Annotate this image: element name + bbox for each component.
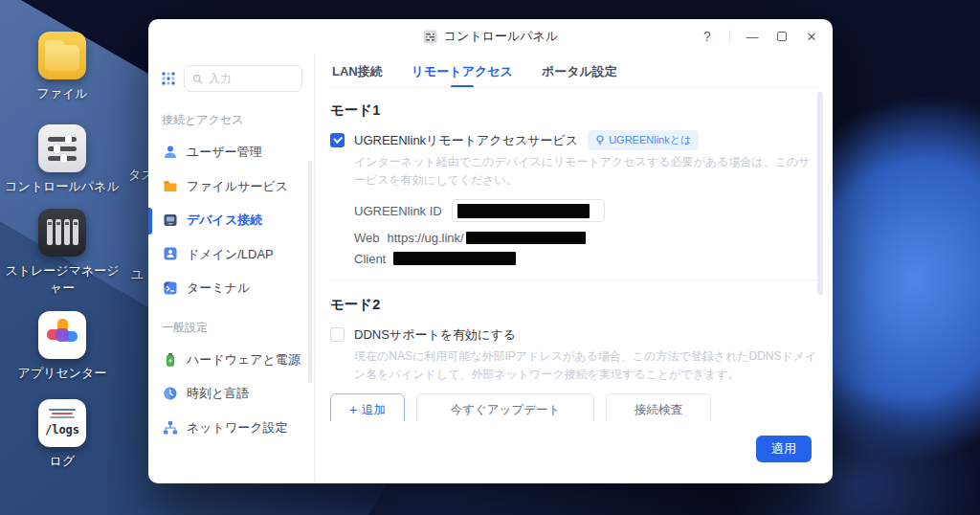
tab-label: ポータル設定 [542,63,617,80]
desktop-icon-label: ログ [0,453,124,470]
lightbulb-icon [595,135,605,146]
sidebar-active-indicator [148,208,152,235]
desktop: ファイル コントロールパネル ストレージマネージャー アプリセンター [0,0,980,515]
partial-desktop-label: ユ [131,266,144,283]
control-panel-window: コントロールパネル ? — ✕ [148,19,833,483]
redacted-client-value [393,252,516,265]
sidebar-item-label: ハードウェアと電源 [187,351,304,369]
desktop-icon-app-center[interactable]: アプリセンター [0,311,124,382]
sidebar-item-user-management[interactable]: ユーザー管理 [148,135,314,169]
desktop-icon-label: ストレージマネージャー [0,262,124,296]
sidebar-search[interactable] [184,65,302,92]
web-url-prefix: https://ug.link/ [388,231,464,245]
plus-icon: + [349,403,357,416]
sidebar-item-hardware-power[interactable]: ハードウェアと電源 [148,343,314,377]
ddns-update-now-button[interactable]: 今すぐアップデート [416,393,594,421]
maximize-button[interactable] [774,29,790,44]
sidebar-item-domain-ldap[interactable]: ドメイン/LDAP [148,237,314,272]
close-button[interactable]: ✕ [804,29,819,44]
sidebar-item-label: ネットワーク設定 [187,419,304,437]
ugreenlink-info-badge[interactable]: UGREENlinkとは [588,130,699,150]
domain-ldap-icon [163,246,178,261]
mode1-heading: モード1 [330,101,817,120]
sidebar-item-time-language[interactable]: 時刻と言語 [148,376,314,411]
button-label: 追加 [362,402,386,418]
sidebar-item-label: デバイス接続 [187,212,304,229]
ugreenlink-id-input[interactable] [452,199,605,222]
sidebar-item-label: ファイルサービス [187,178,304,195]
tab-label: LAN接続 [332,63,383,80]
folder-icon [163,178,178,193]
ddns-checkbox-label: DDNSサポートを有効にする [354,326,516,344]
content-scrollbar[interactable] [817,92,823,295]
control-panel-sliders-icon [38,124,86,172]
sidebar-item-label: ターミナル [187,280,304,297]
maximize-icon [777,32,787,41]
mode2-heading: モード2 [330,296,817,314]
sidebar-item-network-settings[interactable]: ネットワーク設定 [148,411,314,445]
content-pane: LAN接続 リモートアクセス ポータル設定 モード1 [315,54,833,483]
network-icon [163,420,178,436]
user-icon [163,145,178,160]
desktop-icon-label: コントロールパネル [0,178,124,195]
tab-label: リモートアクセス [412,63,513,80]
sidebar-item-file-services[interactable]: ファイルサービス [148,169,314,204]
tab-bar: LAN接続 リモートアクセス ポータル設定 [315,54,833,88]
ddns-connection-test-button[interactable]: 接続検査 [606,393,711,421]
window-title-icon [423,30,437,44]
sidebar-item-device-connection[interactable]: デバイス接続 [148,203,314,237]
files-folder-icon [38,32,86,79]
ddns-button-row: + 追加 今すぐアップデート 接続検査 [330,393,817,421]
time-language-icon [163,386,178,401]
storage-manager-nas-icon [38,209,86,257]
minimize-button[interactable]: — [745,29,760,44]
desktop-icon-storage-manager[interactable]: ストレージマネージャー [0,209,124,296]
client-label: Client [354,252,386,266]
desktop-icon-label: アプリセンター [0,365,124,382]
desktop-icon-label: ファイル [0,85,124,102]
sidebar-item-terminal[interactable]: ターミナル [148,271,314,305]
sidebar-section-label: 一般設定 [148,305,314,343]
settings-scroll-area: モード1 UGREENlinkリモートアクセスサービス UGREENlinkとは [315,88,833,421]
apply-button[interactable]: 適用 [756,436,812,462]
tab-portal-settings[interactable]: ポータル設定 [542,63,617,88]
app-grid-icon[interactable] [161,71,176,86]
ddns-checkbox[interactable] [330,327,345,342]
window-title: コントロールパネル [444,28,558,45]
logs-icon-text: /logs [38,423,86,437]
ugreenlink-checkbox-label: UGREENlinkリモートアクセスサービス [354,132,578,149]
ddns-add-button[interactable]: + 追加 [330,393,405,421]
titlebar-separator [729,30,730,43]
redacted-ugreenlink-id [457,204,590,218]
mode1-description: インターネット経由でこのデバイスにリモートアクセスする必要がある場合は、このサー… [354,153,817,190]
redacted-web-url [466,232,586,244]
sidebar: 接続とアクセス ユーザー管理 ファイルサービス [148,54,315,483]
badge-label: UGREENlinkとは [609,133,691,147]
sidebar-item-label: 時刻と言語 [187,385,304,402]
ugreenlink-checkbox[interactable] [330,133,345,147]
tab-lan[interactable]: LAN接続 [332,63,383,88]
desktop-icon-logs[interactable]: /logs ログ [0,399,124,470]
tab-remote-access[interactable]: リモートアクセス [412,63,513,88]
web-label: Web [354,231,380,245]
battery-icon [163,352,178,368]
sidebar-item-label: ドメイン/LDAP [187,246,304,263]
sidebar-section-label: 接続とアクセス [148,98,314,135]
logs-icon: /logs [38,399,86,447]
sidebar-scrollbar[interactable] [308,161,312,383]
window-titlebar[interactable]: コントロールパネル ? — ✕ [148,19,833,54]
search-icon [192,73,203,85]
search-input[interactable] [209,72,294,85]
button-label: 接続検査 [635,402,682,418]
button-label: 今すぐアップデート [451,402,561,418]
section-divider [330,280,817,280]
sidebar-item-label: ユーザー管理 [187,144,304,161]
help-button[interactable]: ? [700,29,715,44]
ugreenlink-id-label: UGREENlink ID [354,204,442,218]
mode2-description: 現在のNASに利用可能な外部IPアドレスがある場合、この方法で登録されたDDNS… [354,347,817,384]
app-center-icon [38,311,86,359]
desktop-icon-control-panel[interactable]: コントロールパネル [0,124,124,195]
device-connection-icon [163,213,178,228]
desktop-icon-files[interactable]: ファイル [0,32,124,102]
terminal-icon [163,280,178,296]
